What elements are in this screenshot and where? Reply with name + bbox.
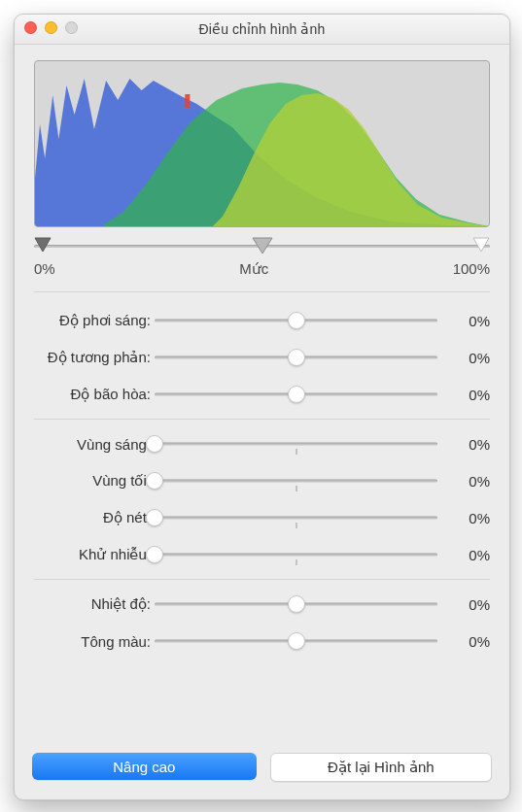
slider-value: 0% bbox=[441, 547, 490, 563]
footer: Nâng cao Đặt lại Hình ảnh bbox=[15, 745, 509, 799]
slider-group: Độ phơi sáng:0%Độ tương phản:0%Độ bão hò… bbox=[34, 291, 490, 419]
slider-value: 0% bbox=[441, 473, 490, 490]
slider-track bbox=[155, 517, 437, 520]
slider-value: 0% bbox=[441, 596, 490, 613]
slider-track bbox=[155, 443, 437, 446]
levels-slider[interactable]: 0% Mức 100% bbox=[34, 233, 490, 278]
levels-max-label: 100% bbox=[453, 260, 490, 278]
slider-knob[interactable] bbox=[288, 312, 305, 329]
slider-knob[interactable] bbox=[288, 386, 305, 403]
slider-row: Độ bão hòa:0% bbox=[34, 384, 490, 405]
levels-handle-black[interactable] bbox=[33, 236, 52, 256]
window-controls bbox=[24, 21, 78, 34]
histogram-chart-icon bbox=[35, 61, 489, 226]
slider-row: Khử nhiễu:0% bbox=[34, 544, 490, 565]
slider-row: Độ phơi sáng:0% bbox=[34, 310, 490, 331]
slider-label: Vùng sáng: bbox=[34, 436, 151, 453]
slider-row: Vùng tối:0% bbox=[34, 470, 490, 491]
titlebar: Điều chỉnh hình ảnh bbox=[15, 15, 509, 45]
slider-row: Độ tương phản:0% bbox=[34, 347, 490, 368]
slider-row: Độ nét:0% bbox=[34, 507, 490, 528]
slider-control[interactable] bbox=[155, 435, 437, 453]
levels-handle-white[interactable] bbox=[471, 236, 491, 256]
close-icon[interactable] bbox=[24, 21, 37, 34]
levels-title-label: Mức bbox=[239, 260, 268, 278]
center-tick-icon bbox=[296, 523, 296, 528]
levels-min-label: 0% bbox=[34, 260, 55, 278]
slider-label: Tông màu: bbox=[34, 633, 151, 650]
content-area: 0% Mức 100% Độ phơi sáng:0%Độ tương phản… bbox=[15, 45, 509, 745]
slider-knob[interactable] bbox=[146, 472, 163, 490]
slider-knob[interactable] bbox=[146, 546, 163, 563]
zoom-icon bbox=[65, 21, 78, 34]
slider-label: Vùng tối: bbox=[34, 472, 151, 490]
slider-label: Khử nhiễu: bbox=[34, 546, 151, 563]
slider-value: 0% bbox=[441, 387, 490, 403]
svg-rect-0 bbox=[185, 94, 190, 108]
slider-control[interactable] bbox=[155, 312, 437, 329]
slider-knob[interactable] bbox=[146, 435, 163, 453]
slider-control[interactable] bbox=[155, 509, 437, 526]
slider-label: Độ phơi sáng: bbox=[34, 312, 151, 329]
slider-control[interactable] bbox=[155, 632, 437, 650]
slider-group: Nhiệt độ:0%Tông màu:0% bbox=[34, 579, 490, 665]
slider-control[interactable] bbox=[155, 472, 437, 490]
slider-control[interactable] bbox=[155, 546, 437, 563]
image-adjustments-window: Điều chỉnh hình ảnh bbox=[14, 14, 510, 800]
slider-label: Độ nét: bbox=[34, 509, 151, 526]
center-tick-icon bbox=[296, 559, 296, 565]
slider-knob[interactable] bbox=[146, 509, 163, 526]
center-tick-icon bbox=[296, 486, 296, 491]
window-title: Điều chỉnh hình ảnh bbox=[199, 21, 326, 37]
levels-handle-mid[interactable] bbox=[251, 236, 274, 258]
slider-knob[interactable] bbox=[288, 632, 305, 650]
slider-control[interactable] bbox=[155, 349, 437, 366]
center-tick-icon bbox=[296, 449, 296, 455]
auto-enhance-button[interactable]: Nâng cao bbox=[32, 753, 257, 780]
slider-value: 0% bbox=[441, 436, 490, 453]
slider-label: Độ tương phản: bbox=[34, 349, 151, 366]
slider-label: Độ bão hòa: bbox=[34, 386, 151, 403]
sliders-container: Độ phơi sáng:0%Độ tương phản:0%Độ bão hò… bbox=[34, 291, 490, 731]
slider-row: Tông màu:0% bbox=[34, 630, 490, 652]
reset-image-button[interactable]: Đặt lại Hình ảnh bbox=[270, 753, 492, 782]
slider-control[interactable] bbox=[155, 386, 437, 403]
slider-group: Vùng sáng:0%Vùng tối:0%Độ nét:0%Khử nhiễ… bbox=[34, 419, 490, 579]
slider-value: 0% bbox=[441, 313, 490, 329]
slider-knob[interactable] bbox=[288, 595, 305, 613]
minimize-icon[interactable] bbox=[45, 21, 57, 34]
slider-value: 0% bbox=[441, 633, 490, 650]
slider-row: Nhiệt độ:0% bbox=[34, 593, 490, 615]
slider-value: 0% bbox=[441, 350, 490, 366]
slider-knob[interactable] bbox=[288, 349, 305, 366]
slider-label: Nhiệt độ: bbox=[34, 595, 151, 613]
slider-row: Vùng sáng:0% bbox=[34, 433, 490, 455]
slider-control[interactable] bbox=[155, 595, 437, 613]
slider-value: 0% bbox=[441, 510, 490, 526]
slider-track bbox=[155, 480, 437, 483]
histogram bbox=[34, 60, 490, 227]
slider-track bbox=[155, 554, 437, 557]
